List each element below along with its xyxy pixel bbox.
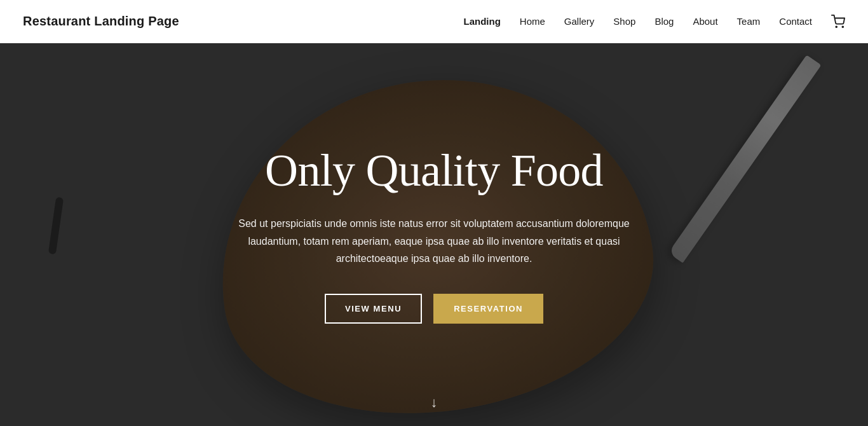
- nav-item-home[interactable]: Home: [520, 16, 545, 27]
- reservation-button[interactable]: RESERVATION: [433, 294, 543, 324]
- svg-point-0: [836, 26, 837, 27]
- main-nav: Landing Home Gallery Shop Blog About Tea…: [463, 15, 845, 29]
- nav-item-gallery[interactable]: Gallery: [564, 16, 595, 27]
- hero-content: Only Quality Food Sed ut perspiciatis un…: [0, 43, 868, 426]
- svg-point-1: [842, 26, 843, 27]
- hero-title: Only Quality Food: [265, 146, 603, 196]
- nav-item-blog[interactable]: Blog: [654, 16, 674, 27]
- nav-item-team[interactable]: Team: [737, 16, 761, 27]
- site-title: Restaurant Landing Page: [23, 14, 179, 29]
- hero-buttons: VIEW MENU RESERVATION: [325, 294, 543, 324]
- nav-item-contact[interactable]: Contact: [779, 16, 812, 27]
- site-header: Restaurant Landing Page Landing Home Gal…: [0, 0, 868, 43]
- scroll-down-arrow[interactable]: ↓: [431, 394, 438, 411]
- nav-item-shop[interactable]: Shop: [613, 16, 635, 27]
- view-menu-button[interactable]: VIEW MENU: [325, 294, 422, 324]
- hero-subtitle: Sed ut perspiciatis unde omnis iste natu…: [224, 215, 644, 267]
- nav-item-landing[interactable]: Landing: [463, 16, 500, 27]
- nav-item-about[interactable]: About: [693, 16, 717, 27]
- cart-icon[interactable]: [831, 15, 845, 29]
